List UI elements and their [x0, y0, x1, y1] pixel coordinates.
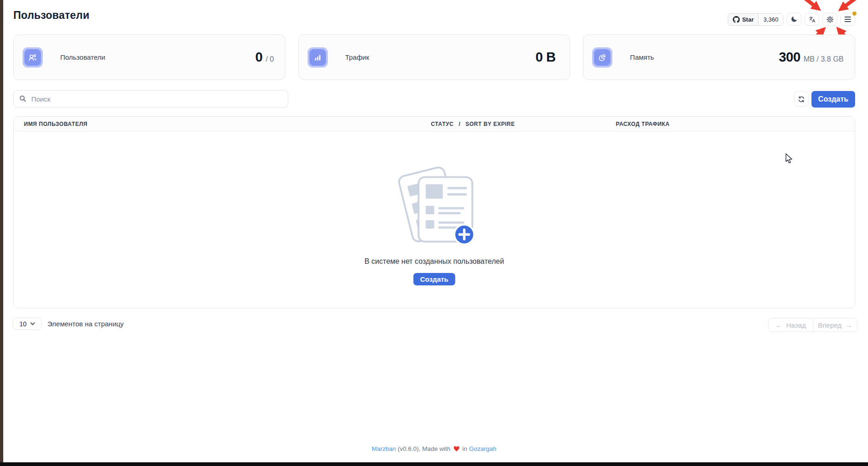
- column-header-traffic[interactable]: РАСХОД ТРАФИКА: [616, 121, 670, 127]
- menu-button[interactable]: [840, 13, 855, 26]
- github-star-count[interactable]: 3,360: [759, 14, 783, 25]
- stat-value: 300: [779, 50, 800, 65]
- chevron-down-icon: [30, 322, 35, 325]
- stat-sub-value: / 0: [266, 55, 274, 63]
- stat-label: Трафик: [345, 53, 369, 61]
- empty-state-illustration: [389, 159, 479, 245]
- gear-icon: [826, 16, 834, 23]
- left-arrow-icon: ←: [776, 321, 782, 329]
- theme-toggle-button[interactable]: [787, 13, 801, 26]
- search-box: [13, 90, 288, 108]
- translate-icon: [808, 16, 816, 23]
- header-toolbar: Star 3,360: [728, 13, 855, 26]
- footer-text: (v0.6.0), Made with: [398, 445, 451, 452]
- search-input[interactable]: [13, 90, 288, 108]
- footer-brand-link[interactable]: Marzban: [371, 445, 396, 452]
- refresh-button[interactable]: [794, 91, 809, 107]
- memory-icon: [598, 53, 607, 62]
- stat-card-memory: Память 300 MB / 3.8 GB: [583, 34, 855, 80]
- column-header-username[interactable]: ИМЯ ПОЛЬЗОВАТЕЛЯ: [14, 121, 431, 127]
- stat-value: 0: [255, 50, 263, 65]
- users-table: ИМЯ ПОЛЬЗОВАТЕЛЯ СТАТУС / SORT BY EXPIRE…: [13, 116, 855, 308]
- next-page-button[interactable]: Вперед →: [813, 318, 857, 331]
- footer-org-link[interactable]: Gozargah: [469, 445, 496, 452]
- pagination-nav: ← Назад Вперед →: [768, 318, 857, 332]
- stat-value: 0 B: [536, 50, 556, 65]
- page-size-select[interactable]: 10: [13, 318, 41, 330]
- search-icon: [19, 95, 27, 102]
- traffic-icon: [313, 53, 322, 62]
- empty-state-create-button[interactable]: Создать: [413, 273, 456, 285]
- github-icon: [733, 16, 740, 23]
- users-icon: [28, 53, 37, 62]
- prev-page-button[interactable]: ← Назад: [769, 318, 813, 331]
- stat-label: Пользователи: [60, 53, 105, 61]
- right-arrow-icon: →: [845, 321, 852, 329]
- refresh-icon: [798, 96, 805, 103]
- stat-sub-value: MB / 3.8 GB: [804, 55, 844, 63]
- stat-label: Память: [630, 53, 654, 61]
- column-header-status[interactable]: СТАТУС / SORT BY EXPIRE: [431, 121, 616, 127]
- menu-notification-dot: [852, 11, 857, 16]
- github-star-label: Star: [742, 16, 754, 23]
- stat-card-traffic: Трафик 0 B: [298, 34, 571, 80]
- page-title: Пользователи: [13, 9, 90, 22]
- hamburger-icon: [845, 17, 851, 22]
- stat-card-users: Пользователи 0 / 0: [13, 34, 286, 80]
- create-user-button[interactable]: Создать: [811, 91, 855, 108]
- footer-in-word: in: [463, 445, 468, 452]
- table-header-row: ИМЯ ПОЛЬЗОВАТЕЛЯ СТАТУС / SORT BY EXPIRE…: [14, 117, 855, 131]
- language-button[interactable]: [805, 13, 819, 26]
- heart-icon: [453, 446, 460, 452]
- settings-button[interactable]: [822, 13, 837, 26]
- page-size-value: 10: [19, 320, 27, 328]
- stat-cards-row: Пользователи 0 / 0 Трафик 0 B: [13, 34, 855, 80]
- github-star-widget[interactable]: Star 3,360: [728, 13, 783, 26]
- bottom-edge-strip: [0, 462, 868, 466]
- column-separator: /: [459, 121, 461, 127]
- github-star-button[interactable]: Star: [728, 14, 759, 25]
- per-page-label: Элементов на страницу: [47, 320, 124, 328]
- footer: Marzban (v0.6.0), Made with in Gozargah: [0, 445, 868, 452]
- window-edge-strip: [0, 0, 3, 466]
- moon-icon: [790, 16, 798, 23]
- column-header-sort-by-expire[interactable]: SORT BY EXPIRE: [466, 121, 515, 127]
- empty-state-message: В системе нет созданных пользователей: [14, 257, 855, 266]
